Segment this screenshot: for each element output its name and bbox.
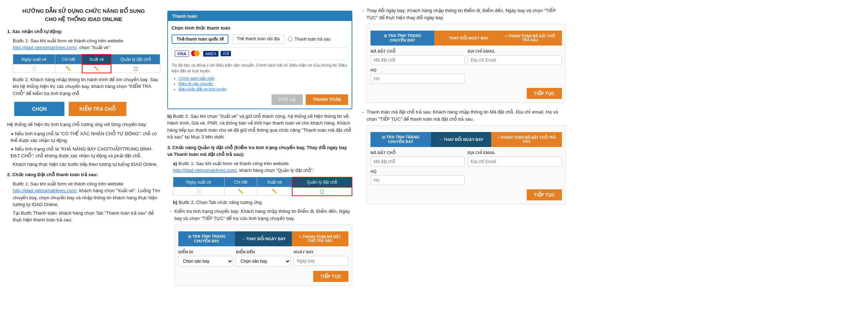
main-title: HƯỚNG DẪN SỬ DỤNG CHỨC NĂNG BỔ SUNG CHO …: [7, 7, 160, 23]
mastercard-logo: [191, 51, 201, 57]
payment-footer: TRỞ LẠI THANH TOÁN: [172, 94, 348, 105]
mgmt-tab3-1[interactable]: ◎ TRA TÌNH TRẠNG CHUYẾN BAY: [370, 132, 431, 147]
nav2-icon4: 📋: [292, 187, 352, 196]
nav-icon4: 📋: [111, 64, 160, 73]
right-column: Thay đổi ngày bay: Khách hàng nhập thông…: [359, 7, 566, 289]
mgmt-tab2-2[interactable]: → THAY ĐỔI NGÀY BAY: [434, 31, 498, 46]
nav2-col3: Xuất vé: [257, 177, 292, 187]
bullet2: Nếu tình trạng chỗ là "KHẢ NĂNG BAY CAO/…: [11, 146, 160, 159]
section-1: 1. Xác nhận chỗ tự động: Bước 1: Sau khi…: [7, 28, 160, 168]
dia-chi-email-label-3: ĐỊA CHỈ EMAIL: [468, 150, 562, 156]
link-chinh-sach[interactable]: Chính sách bảo mật: [179, 76, 214, 80]
section1a-text: Bước 1: Sau khi xuất form vé thành công …: [13, 37, 160, 51]
postpay-radio[interactable]: [288, 37, 293, 41]
ho-input-3[interactable]: [370, 175, 465, 185]
section1c-text: Khách hàng thực hiện các bước tiếp theo …: [13, 161, 160, 168]
section2a-text: Bước 1: Sau khi xuất form vé thành công …: [13, 180, 160, 208]
mgmt-tab3-3[interactable]: ≡ THANH TOÁN MÃ ĐẶT CHỖ TRẢ SAU: [491, 132, 562, 147]
section1c: Khách hàng thực hiện các bước tiếp theo …: [13, 161, 160, 168]
ngay-bay-label: NGÀY BAY: [294, 249, 348, 255]
form-row-3b: HỌ: [370, 169, 562, 185]
payment-body: Chọn hình thức thanh toán Thẻ thanh toán…: [168, 21, 352, 109]
form-row-2a: MÃ ĐẶT CHỖ ĐỊA CHỈ EMAIL: [370, 48, 562, 65]
link-dieu-kien[interactable]: Điều kiện đặt vé trực tuyến: [179, 87, 227, 91]
section1b-text: Bước 2. Khách hàng nhập thông tin hành t…: [13, 76, 160, 97]
diem-di-select[interactable]: Chọn sân bay: [178, 256, 233, 267]
dia-chi-email-input-2[interactable]: [468, 55, 562, 65]
tab-postpay[interactable]: Thanh toán trả sau: [288, 35, 331, 44]
tro-lai-button[interactable]: TRỞ LẠI: [272, 94, 303, 105]
ho-field-2: HỌ: [370, 67, 465, 84]
ngay-bay-field: NGÀY BAY: [294, 249, 348, 267]
nav-col2: Chi tiết: [55, 54, 82, 64]
diem-den-field: ĐIỂM ĐẾN Chọn sân bay: [236, 249, 291, 267]
section1a-link[interactable]: http://idad.vietnamairlines.com/: [13, 45, 77, 50]
flight-form-2: ◎ TRA TÌNH TRẠNG CHUYẾN BAY → THAY ĐỔI N…: [367, 24, 566, 103]
ma-dat-cho-label-2: MÃ ĐẶT CHỖ: [370, 48, 465, 54]
bullet1: Nếu tình trạng chỗ là "CÓ THỂ XÁC NHẬN C…: [11, 130, 160, 144]
nav-col4: Quản lý đặt chỗ: [111, 54, 160, 64]
tieptuc-button-2[interactable]: TIẾP TỤC: [527, 88, 562, 99]
nav-icon3: ✏️: [82, 64, 111, 73]
ma-dat-cho-input-3[interactable]: [370, 157, 465, 167]
ma-dat-cho-field-2: MÃ ĐẶT CHỖ: [370, 48, 465, 65]
thanh-toan-button[interactable]: THANH TOÁN: [306, 94, 348, 105]
diem-den-select[interactable]: Chọn sân bay: [236, 256, 291, 267]
tab-intl[interactable]: Thẻ thanh toán quốc tế: [172, 35, 228, 44]
ho-label-3: HỌ: [370, 169, 465, 175]
dash-item-2: Thay đổi ngày bay: Khách hàng nhập thông…: [364, 7, 566, 103]
jcb-logo: JCB: [221, 51, 231, 56]
mgmt-tab2-1[interactable]: ◎ TRA TÌNH TRẠNG CHUYẾN BAY: [370, 31, 434, 46]
payment-subheader: Chọn hình thức thanh toán: [172, 25, 348, 32]
mgmt-tab3[interactable]: ≡ THANH TOÁN MÃ ĐẶT CHỖ TRẢ SAU: [292, 231, 348, 246]
tab-domestic[interactable]: Thẻ thanh toán nội địa: [232, 35, 284, 44]
payment-links: Chính sách bảo mật Điều lệ vận chuyển Đi…: [179, 76, 348, 91]
section-3: 3. Chức năng Quản lý đặt chỗ (Kiểm tra t…: [167, 144, 352, 286]
nav-col1: Ngày xuất vé: [13, 54, 55, 64]
section2a-link[interactable]: http://idad.vietnamairlines.com/: [13, 188, 77, 193]
payment-info-text: Tôi đã đọc và đồng ý với điều kiện vận c…: [172, 62, 348, 74]
mgmt-tab2-3[interactable]: ≡ THANH TOÁN MÃ ĐẶT CHỖ TRẢ SAU: [498, 31, 562, 46]
dash-item-1: Kiểm tra tình trạng chuyến bay: Khách hà…: [172, 208, 352, 286]
chon-button[interactable]: CHỌN: [14, 102, 64, 116]
diem-di-field: ĐIỂM ĐI Chọn sân bay: [178, 249, 233, 267]
section2a-text3: Tại Bước Thanh toán: khách hàng chọn Tab…: [13, 210, 160, 224]
section-2: 2. Chức năng Đặt chỗ thanh toán trả sau:…: [7, 171, 160, 224]
ho-label-2: HỌ: [370, 67, 465, 73]
diem-di-label: ĐIỂM ĐI: [178, 249, 233, 255]
ngay-bay-input[interactable]: [294, 256, 348, 266]
diem-den-label: ĐIỂM ĐẾN: [236, 249, 291, 255]
payment-modal: Thanh toán Chọn hình thức thanh toán Thẻ…: [167, 11, 352, 109]
mgmt-tab1[interactable]: ◎ TRA TÌNH TRẠNG CHUYẾN BAY: [178, 231, 235, 246]
nav2-col1: Ngày xuất vé: [173, 177, 225, 187]
left-column: HƯỚNG DẪN SỬ DỤNG CHỨC NĂNG BỔ SUNG CHO …: [7, 7, 160, 289]
dia-chi-email-field-2: ĐỊA CHỈ EMAIL: [468, 48, 562, 65]
flight-form-1: ◎ TRA TÌNH TRẠNG CHUYẾN BAY → THAY ĐỔI N…: [174, 225, 352, 286]
link-dieu-le[interactable]: Điều lệ vận chuyển: [179, 82, 213, 86]
section2a: Bước 1: Sau khi xuất form vé thành công …: [13, 180, 160, 224]
nav-table-2: Ngày xuất vé Chi tiết Xuất vé Quản lý đặ…: [173, 177, 352, 196]
mgmt-tabs-1: ◎ TRA TÌNH TRẠNG CHUYẾN BAY → THAY ĐỔI N…: [178, 231, 348, 246]
dia-chi-email-input-3[interactable]: [468, 157, 562, 167]
tieptuc-button-1[interactable]: TIẾP TỤC: [313, 271, 348, 282]
mgmt-tab2[interactable]: → THAY ĐỔI NGÀY BAY: [235, 231, 291, 246]
visa-logo: VISA: [175, 51, 189, 57]
nav2-icon3: ✏️: [257, 187, 292, 196]
ma-dat-cho-field-3: MÃ ĐẶT CHỖ: [370, 150, 465, 167]
nav2-icon2: ✏️: [224, 187, 257, 196]
ma-dat-cho-input-2[interactable]: [370, 55, 465, 65]
middle-column: Thanh toán Chọn hình thức thanh toán Thẻ…: [167, 7, 352, 289]
mgmt-tab3-2[interactable]: → THAY ĐỔI NGÀY BAY: [431, 132, 491, 147]
mgmt-tabs-3: ◎ TRA TÌNH TRẠNG CHUYẾN BAY → THAY ĐỔI N…: [370, 132, 562, 147]
col2-section-b: b) Bước 2. Sau khi chọn "Xuất vé" và giữ…: [167, 113, 352, 141]
dash-item-3: Thanh toán mã đặt chỗ trả sau: Khách hàn…: [364, 109, 566, 204]
nav-table-1: Ngày xuất vé Chi tiết Xuất vé Quản lý đặ…: [13, 54, 160, 73]
section3a-link[interactable]: http://idad.vietnamairlines.com/: [173, 168, 237, 173]
dia-chi-email-label-2: ĐỊA CHỈ EMAIL: [468, 48, 562, 54]
section3a-text: a) Bước 1: Sau khi xuất form vé thành cô…: [173, 160, 352, 174]
form-row-2b: HỌ: [370, 67, 562, 84]
ho-input-2[interactable]: [370, 74, 465, 84]
tieptuc-button-3[interactable]: TIẾP TỤC: [527, 189, 562, 200]
kiemtra-button[interactable]: KIỂM TRA CHỖ: [69, 102, 126, 116]
section3-title: 3. Chức năng Quản lý đặt chỗ (Kiểm tra t…: [167, 144, 352, 158]
